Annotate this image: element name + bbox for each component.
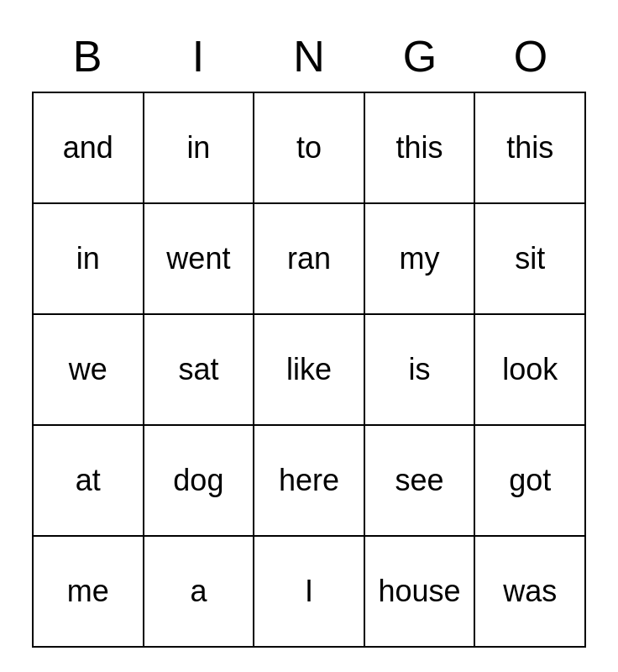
header-o: O <box>475 24 586 88</box>
cell-4-4[interactable]: was <box>475 537 584 646</box>
bingo-header: B I N G O <box>32 24 586 88</box>
cell-3-2[interactable]: here <box>254 426 365 535</box>
cell-1-3[interactable]: my <box>365 204 476 313</box>
cell-1-1[interactable]: went <box>144 204 255 313</box>
cell-3-3[interactable]: see <box>365 426 476 535</box>
cell-0-0[interactable]: and <box>34 93 144 202</box>
header-i: I <box>143 24 254 88</box>
cell-0-2[interactable]: to <box>254 93 365 202</box>
cell-0-3[interactable]: this <box>365 93 476 202</box>
cell-3-1[interactable]: dog <box>144 426 255 535</box>
cell-0-4[interactable]: this <box>475 93 584 202</box>
bingo-grid: and in to this this in went ran my sit w… <box>32 92 586 648</box>
header-b: B <box>32 24 143 88</box>
cell-1-0[interactable]: in <box>34 204 144 313</box>
cell-2-2[interactable]: like <box>254 315 365 424</box>
bingo-row: at dog here see got <box>34 426 584 537</box>
header-n: N <box>254 24 364 88</box>
cell-1-2[interactable]: ran <box>254 204 365 313</box>
cell-2-4[interactable]: look <box>475 315 584 424</box>
cell-4-3[interactable]: house <box>365 537 476 646</box>
bingo-row: me a I house was <box>34 537 584 646</box>
cell-4-2[interactable]: I <box>254 537 365 646</box>
cell-3-4[interactable]: got <box>475 426 584 535</box>
cell-0-1[interactable]: in <box>144 93 255 202</box>
bingo-card: B I N G O and in to this this in went ra… <box>15 8 603 664</box>
cell-2-1[interactable]: sat <box>144 315 255 424</box>
bingo-row: and in to this this <box>34 93 584 204</box>
bingo-row: in went ran my sit <box>34 204 584 315</box>
cell-1-4[interactable]: sit <box>475 204 584 313</box>
header-g: G <box>364 24 475 88</box>
cell-2-0[interactable]: we <box>34 315 144 424</box>
cell-3-0[interactable]: at <box>34 426 144 535</box>
cell-4-1[interactable]: a <box>144 537 255 646</box>
cell-4-0[interactable]: me <box>34 537 144 646</box>
bingo-row: we sat like is look <box>34 315 584 426</box>
cell-2-3[interactable]: is <box>365 315 476 424</box>
